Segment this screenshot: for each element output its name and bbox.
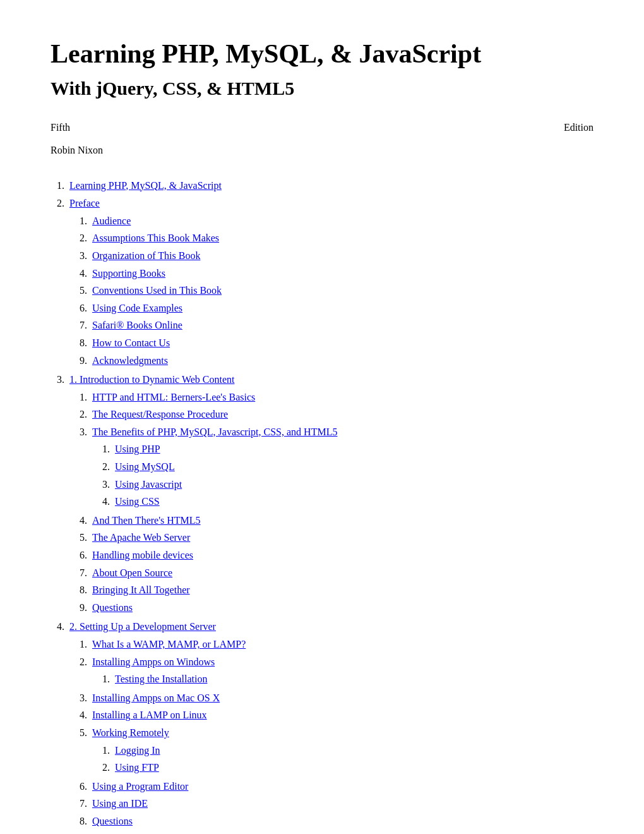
item-content: Bringing It All Together [92,582,593,598]
item-num: 1. [92,441,115,457]
item-num: 4. [69,512,92,529]
item-num: 2. [92,759,115,776]
item-num: 3. [69,424,92,511]
toc-item-level2: 1.Audience [69,213,593,229]
toc-link[interactable]: Using CSS [115,496,160,507]
toc-link[interactable]: The Request/Response Procedure [92,409,228,420]
toc-link[interactable]: Using Code Examples [92,303,182,313]
item-num: 6. [69,300,92,317]
toc-link[interactable]: 2. Setting Up a Development Server [69,621,216,632]
item-num: 1. [92,671,115,687]
toc-link[interactable]: Installing a LAMP on Linux [92,710,207,720]
toc-link[interactable]: About Open Source [92,567,172,578]
toc-link[interactable]: Handling mobile devices [92,550,193,560]
toc-link[interactable]: Preface [69,198,100,208]
toc-link[interactable]: Safari® Books Online [92,320,182,330]
toc-link[interactable]: Questions [92,816,133,826]
toc-link[interactable]: What Is a WAMP, MAMP, or LAMP? [92,639,246,650]
toc-link[interactable]: Conventions Used in This Book [92,285,222,296]
toc-item-level3: 3.Using Javascript [92,476,593,493]
item-content: Using PHP [115,441,593,457]
toc-link[interactable]: Installing Ampps on Mac OS X [92,692,220,703]
toc-item-level2: 4.And Then There's HTML5 [69,512,593,529]
toc-item-level3: 1.Logging In [92,742,593,759]
toc-item-level2: 9.Acknowledgments [69,353,593,369]
toc-link[interactable]: Acknowledgments [92,355,168,366]
toc-link[interactable]: Audience [92,215,131,226]
toc-link[interactable]: The Benefits of PHP, MySQL, Javascript, … [92,426,337,437]
item-num: 3. [69,248,92,264]
item-num: 7. [69,317,92,334]
toc-link[interactable]: Assumptions This Book Makes [92,233,219,243]
item-num: 1. [69,389,92,406]
item-content: Organization of This Book [92,248,593,264]
item-num: 3. [51,372,69,617]
toc-item-level2: 4.Installing a LAMP on Linux [69,707,593,723]
toc-link[interactable]: Using a Program Editor [92,781,188,792]
toc-link[interactable]: Installing Ampps on Windows [92,656,215,667]
item-num: 7. [69,795,92,812]
item-content: Conventions Used in This Book [92,282,593,299]
item-num: 4. [69,707,92,723]
edition-row: Fifth Edition [51,119,593,136]
item-num: 4. [69,265,92,282]
toc-link[interactable]: Using FTP [115,762,159,773]
toc-link[interactable]: Using PHP [115,444,160,454]
item-content: Installing Ampps on Windows1.Testing the… [92,654,593,689]
item-content: Using CSS [115,493,593,510]
toc-link[interactable]: How to Contact Us [92,337,170,348]
toc-item-level3: 1.Testing the Installation [92,671,593,687]
item-num: 8. [69,335,92,351]
toc-link[interactable]: Testing the Installation [115,674,207,684]
toc-item-level2: 4.Supporting Books [69,265,593,282]
toc-link[interactable]: Supporting Books [92,268,165,279]
item-num: 3. [69,690,92,706]
toc-item-level2: 8.Questions [69,813,593,830]
toc-item-level2: 8.How to Contact Us [69,335,593,351]
item-content: Using Code Examples [92,300,593,317]
item-num: 5. [69,529,92,546]
toc-item-level2: 1.What Is a WAMP, MAMP, or LAMP? [69,636,593,653]
item-num: 8. [69,813,92,830]
toc-item-level2: 1.HTTP and HTML: Berners-Lee's Basics [69,389,593,406]
item-content: Logging In [115,742,593,759]
toc-link[interactable]: Logging In [115,745,160,756]
toc-link[interactable]: Using MySQL [115,461,175,472]
toc-item-level2: 8.Bringing It All Together [69,582,593,598]
toc-link[interactable]: Bringing It All Together [92,584,190,595]
item-content: Supporting Books [92,265,593,282]
toc-item-level3: 2.Using MySQL [92,459,593,475]
toc-item-level2: 7.About Open Source [69,565,593,581]
item-num: 1. [69,213,92,229]
toc-link[interactable]: Learning PHP, MySQL, & JavaScript [69,180,222,191]
toc-link[interactable]: Using an IDE [92,798,148,809]
toc-link[interactable]: Questions [92,602,133,613]
toc-item-level2: 3.Installing Ampps on Mac OS X [69,690,593,706]
toc-item-level2: 5.Working Remotely1.Logging In2.Using FT… [69,725,593,777]
toc-container: 1.Learning PHP, MySQL, & JavaScript2.Pre… [51,178,593,834]
toc-item-level1: 3.1. Introduction to Dynamic Web Content… [51,372,593,617]
toc-item-level2: 5.The Apache Web Server [69,529,593,546]
toc-link[interactable]: Working Remotely [92,727,169,738]
item-content: Using FTP [115,759,593,776]
toc-link[interactable]: And Then There's HTML5 [92,515,201,526]
toc-link[interactable]: Using Javascript [115,479,182,490]
item-num: 2. [92,459,115,475]
toc-link[interactable]: HTTP and HTML: Berners-Lee's Basics [92,392,255,402]
toc-link[interactable]: Organization of This Book [92,250,200,261]
item-num: 2. [69,406,92,423]
toc-item-level2: 3.Organization of This Book [69,248,593,264]
item-content: Using MySQL [115,459,593,475]
item-content: What Is a WAMP, MAMP, or LAMP? [92,636,593,653]
toc-item-level2: 7.Safari® Books Online [69,317,593,334]
item-num: 2. [51,195,69,370]
toc-link[interactable]: 1. Introduction to Dynamic Web Content [69,374,234,385]
item-content: About Open Source [92,565,593,581]
toc-link[interactable]: The Apache Web Server [92,532,190,543]
item-content: Using an IDE [92,795,593,812]
item-content: The Request/Response Procedure [92,406,593,423]
item-num: 2. [69,654,92,689]
item-num: 1. [69,636,92,653]
author: Robin Nixon [51,142,593,159]
toc-item-level2: 6.Using Code Examples [69,300,593,317]
